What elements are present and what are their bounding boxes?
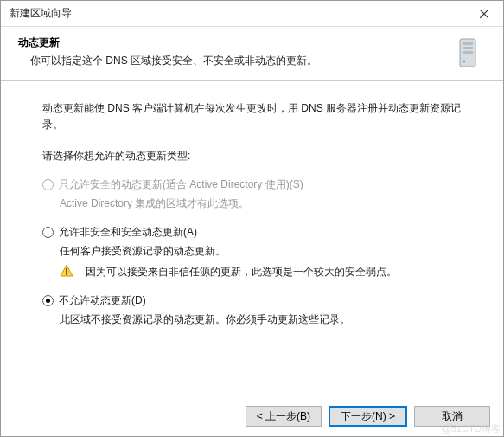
radio-dot xyxy=(46,299,50,303)
warning-text: 因为可以接受来自非信任源的更新，此选项是一个较大的安全弱点。 xyxy=(80,264,397,280)
warning-row: 因为可以接受来自非信任源的更新，此选项是一个较大的安全弱点。 xyxy=(42,264,462,280)
watermark: @51CTO博客 xyxy=(442,422,501,435)
footer-divider xyxy=(0,395,504,395)
wizard-header: 动态更新 你可以指定这个 DNS 区域接受安全、不安全或非动态的更新。 xyxy=(1,27,503,81)
option-none-label: 不允许动态更新(D) xyxy=(59,293,146,308)
radio-nonsecure[interactable] xyxy=(42,227,54,238)
header-title: 动态更新 xyxy=(18,35,443,50)
svg-rect-1 xyxy=(463,42,473,45)
server-icon xyxy=(451,35,486,70)
radio-none[interactable] xyxy=(42,295,54,306)
close-icon xyxy=(480,10,488,18)
option-nonsecure-label: 允许非安全和安全动态更新(A) xyxy=(59,225,197,240)
next-button[interactable]: 下一步(N) > xyxy=(329,406,407,427)
back-button[interactable]: < 上一步(B) xyxy=(246,406,322,427)
window-title: 新建区域向导 xyxy=(10,6,72,21)
header-desc: 你可以指定这个 DNS 区域接受安全、不安全或非动态的更新。 xyxy=(18,54,443,68)
svg-rect-6 xyxy=(66,273,67,275)
option-nonsecure-radio-row[interactable]: 允许非安全和安全动态更新(A) xyxy=(42,225,462,240)
close-button[interactable] xyxy=(464,1,503,27)
header-text: 动态更新 你可以指定这个 DNS 区域接受安全、不安全或非动态的更新。 xyxy=(18,35,443,68)
option-secure-desc: Active Directory 集成的区域才有此选项。 xyxy=(42,196,462,211)
radio-secure xyxy=(42,179,54,190)
intro-text: 动态更新能使 DNS 客户端计算机在每次发生更改时，用 DNS 服务器注册并动态… xyxy=(42,100,462,133)
svg-point-4 xyxy=(463,61,465,62)
titlebar: 新建区域向导 xyxy=(1,1,503,27)
option-secure-radio-row: 只允许安全的动态更新(适合 Active Directory 使用)(S) xyxy=(42,177,462,192)
option-secure: 只允许安全的动态更新(适合 Active Directory 使用)(S) Ac… xyxy=(42,177,462,211)
option-none-desc: 此区域不接受资源记录的动态更新。你必须手动更新这些记录。 xyxy=(42,312,462,327)
warning-icon xyxy=(60,264,73,278)
option-none-radio-row[interactable]: 不允许动态更新(D) xyxy=(42,293,462,308)
option-nonsecure[interactable]: 允许非安全和安全动态更新(A) 任何客户接受资源记录的动态更新。 因为可以接受来… xyxy=(42,225,462,280)
svg-rect-3 xyxy=(463,51,473,54)
option-nonsecure-desc: 任何客户接受资源记录的动态更新。 xyxy=(42,243,462,259)
wizard-content: 动态更新能使 DNS 客户端计算机在每次发生更改时，用 DNS 服务器注册并动态… xyxy=(1,81,503,350)
svg-rect-2 xyxy=(463,47,473,49)
option-secure-label: 只允许安全的动态更新(适合 Active Directory 使用)(S) xyxy=(59,177,303,192)
prompt-text: 请选择你想允许的动态更新类型: xyxy=(42,149,462,164)
svg-rect-5 xyxy=(66,268,67,273)
option-none[interactable]: 不允许动态更新(D) 此区域不接受资源记录的动态更新。你必须手动更新这些记录。 xyxy=(42,293,462,327)
